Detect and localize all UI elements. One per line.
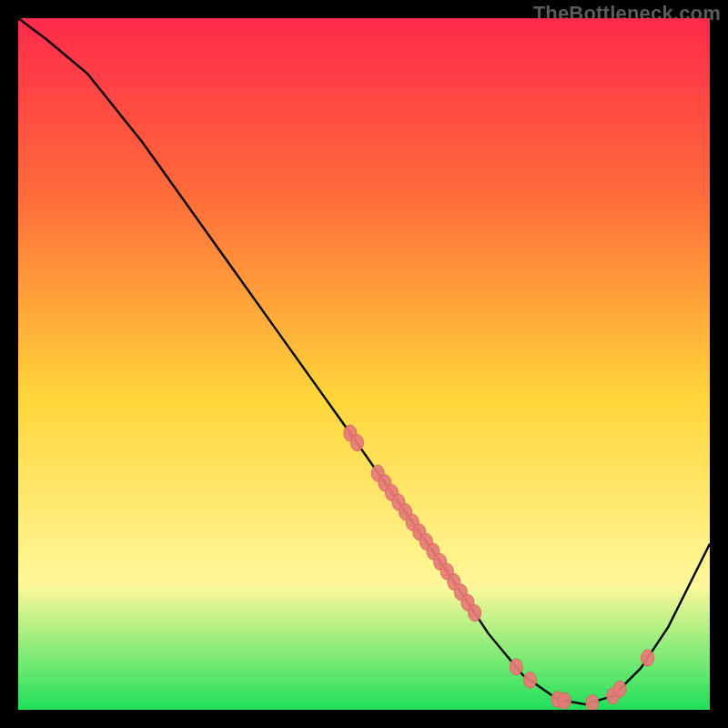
marker-dot xyxy=(642,650,654,666)
chart-svg xyxy=(18,18,710,710)
chart-stage: TheBottleneck.com xyxy=(0,0,728,728)
marker-dot xyxy=(510,659,522,675)
marker-dot xyxy=(469,605,481,622)
marker-dot xyxy=(350,435,363,451)
marker-dot xyxy=(558,693,571,709)
marker-dot xyxy=(613,681,626,697)
plot-background xyxy=(18,18,710,710)
marker-dot xyxy=(586,694,599,710)
marker-dot xyxy=(523,672,536,688)
